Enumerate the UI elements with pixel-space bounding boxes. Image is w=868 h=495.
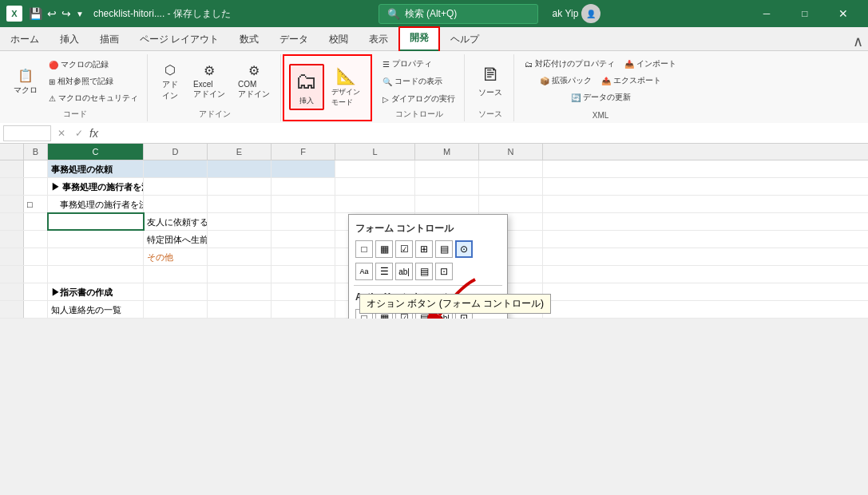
- cell-c1[interactable]: 事務処理の依頼: [48, 160, 144, 177]
- cell-c5[interactable]: [48, 231, 144, 248]
- form-ctrl-checkbox[interactable]: ☑: [395, 240, 413, 258]
- cell-f5[interactable]: [271, 231, 335, 248]
- form-ctrl-combo[interactable]: ▦: [375, 240, 393, 258]
- tab-developer[interactable]: 開発: [398, 26, 440, 51]
- record-macro-button[interactable]: 🔴 マクロの記録: [45, 57, 142, 73]
- cell-b7[interactable]: [24, 266, 48, 283]
- cell-b9[interactable]: [24, 301, 48, 318]
- cell-c8[interactable]: ▶指示書の作成: [48, 283, 144, 300]
- tab-formula[interactable]: 数式: [229, 29, 269, 51]
- redo-icon[interactable]: ↪: [61, 7, 71, 20]
- cell-b6[interactable]: [24, 248, 48, 265]
- cell-m3[interactable]: [415, 196, 479, 212]
- form-ctrl-radio[interactable]: ⊙: [455, 240, 473, 258]
- cell-n2[interactable]: [479, 178, 543, 195]
- form-ctrl-hscroll[interactable]: ▤: [415, 263, 433, 280]
- extension-pack-button[interactable]: 📦 拡張パック: [536, 73, 596, 89]
- cell-n1[interactable]: [479, 160, 543, 177]
- cell-m2[interactable]: [415, 178, 479, 195]
- cell-b8[interactable]: [24, 283, 48, 300]
- export-button[interactable]: 📤 エクスポート: [597, 73, 665, 89]
- form-ctrl-vscroll[interactable]: ⊡: [435, 263, 453, 280]
- name-box[interactable]: [3, 125, 51, 141]
- insert-button[interactable]: 🗂 挿入: [289, 64, 324, 110]
- cell-e3[interactable]: [208, 196, 271, 212]
- cell-c4[interactable]: [48, 213, 144, 230]
- tab-home[interactable]: ホーム: [0, 29, 50, 51]
- cell-d5[interactable]: 特定団体へ生前契約を依頼する: [144, 231, 208, 248]
- cell-e1[interactable]: [208, 160, 271, 177]
- relative-record-button[interactable]: ⊞ 相対参照で記録: [45, 73, 142, 89]
- form-ctrl-listbox[interactable]: ▤: [435, 240, 453, 258]
- cell-c3[interactable]: 事務処理の施行者を決定する: [48, 196, 144, 212]
- cell-d3[interactable]: [144, 196, 208, 212]
- cell-f4[interactable]: [271, 213, 335, 230]
- tab-insert[interactable]: 挿入: [50, 29, 89, 51]
- cell-b5[interactable]: [24, 231, 48, 248]
- cell-f6[interactable]: [271, 248, 335, 265]
- mapping-props-button[interactable]: 🗂 対応付けのプロパティ: [521, 56, 619, 72]
- cell-b1[interactable]: [24, 160, 48, 177]
- cell-e4[interactable]: [208, 213, 271, 230]
- customize-icon[interactable]: ▼: [76, 10, 84, 18]
- cell-c6[interactable]: [48, 248, 144, 265]
- col-header-b[interactable]: B: [24, 144, 48, 160]
- cell-c7[interactable]: [48, 266, 144, 283]
- tab-review[interactable]: 校閲: [319, 29, 359, 51]
- cell-b3[interactable]: □: [24, 196, 48, 212]
- cell-c9[interactable]: 知人連絡先の一覧: [48, 301, 144, 318]
- macro-button[interactable]: 📋 マクロ: [8, 65, 43, 99]
- tab-help[interactable]: ヘルプ: [440, 29, 489, 51]
- col-header-m[interactable]: M: [415, 144, 479, 160]
- cell-b2[interactable]: [24, 178, 48, 195]
- tab-page-layout[interactable]: ページ レイアウト: [129, 29, 229, 51]
- import-button[interactable]: 📥 インポート: [620, 56, 680, 72]
- run-dialog-button[interactable]: ▷ ダイアログの実行: [379, 91, 459, 107]
- cell-e6[interactable]: [208, 248, 271, 265]
- cell-e5[interactable]: [208, 231, 271, 248]
- cell-d9[interactable]: [144, 301, 208, 318]
- cell-f9[interactable]: [271, 301, 335, 318]
- undo-icon[interactable]: ↩: [47, 7, 57, 20]
- cell-l1[interactable]: [335, 160, 415, 177]
- source-button[interactable]: 🖹 ソース: [473, 61, 508, 101]
- com-addin-button[interactable]: ⚙ COMアドイン: [232, 60, 275, 103]
- close-button[interactable]: ✕: [825, 0, 862, 27]
- col-header-l[interactable]: L: [335, 144, 415, 160]
- cell-e7[interactable]: [208, 266, 271, 283]
- cell-c2[interactable]: ▶ 事務処理の施行者を決定する: [48, 178, 144, 195]
- cell-b4[interactable]: [24, 213, 48, 230]
- cell-f2[interactable]: [271, 178, 335, 195]
- cell-d1[interactable]: [144, 160, 208, 177]
- form-ctrl-label[interactable]: Aa: [355, 263, 373, 280]
- col-header-f[interactable]: F: [271, 144, 335, 160]
- cell-f1[interactable]: [271, 160, 335, 177]
- cell-f8[interactable]: [271, 283, 335, 300]
- cell-d7[interactable]: [144, 266, 208, 283]
- col-header-n[interactable]: N: [479, 144, 543, 160]
- form-ctrl-spinbox[interactable]: ⊞: [415, 240, 433, 258]
- addin-button[interactable]: ⬡ アドイン: [154, 59, 186, 105]
- cell-m1[interactable]: [415, 160, 479, 177]
- cell-f7[interactable]: [271, 266, 335, 283]
- excel-addin-button[interactable]: ⚙ Excelアドイン: [188, 60, 231, 103]
- tab-data[interactable]: データ: [269, 29, 319, 51]
- save-icon[interactable]: 💾: [29, 7, 42, 20]
- ribbon-collapse-icon[interactable]: ∧: [853, 33, 868, 50]
- cell-l3[interactable]: [335, 196, 415, 212]
- tab-draw[interactable]: 描画: [89, 29, 129, 51]
- design-mode-button[interactable]: 📐 デザインモード: [326, 63, 366, 111]
- cell-d6[interactable]: その他: [144, 248, 208, 265]
- form-ctrl-groupbox[interactable]: ☰: [375, 263, 393, 280]
- col-header-c[interactable]: C: [48, 144, 144, 160]
- form-ctrl-text-box[interactable]: □: [355, 240, 373, 258]
- cell-n3[interactable]: [479, 196, 543, 212]
- cell-e9[interactable]: [208, 301, 271, 318]
- formula-input[interactable]: [106, 128, 865, 139]
- cell-f3[interactable]: [271, 196, 335, 212]
- macro-security-button[interactable]: ⚠ マクロのセキュリティ: [45, 90, 142, 106]
- form-ctrl-button[interactable]: ab|: [395, 263, 413, 280]
- search-box[interactable]: 🔍 検索 (Alt+Q): [379, 4, 538, 24]
- col-header-e[interactable]: E: [208, 144, 271, 160]
- maximize-button[interactable]: □: [787, 0, 823, 27]
